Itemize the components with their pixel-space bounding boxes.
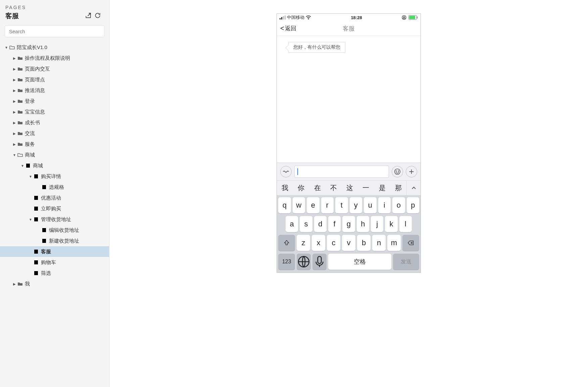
caret-icon[interactable]: ▶ (13, 78, 16, 82)
key-i[interactable]: i (378, 197, 391, 213)
add-icon[interactable] (406, 166, 417, 177)
caret-icon[interactable]: ▼ (29, 175, 32, 178)
tree-item[interactable]: 筛选 (0, 268, 109, 278)
key-send[interactable]: 发送 (393, 254, 419, 270)
key-j[interactable]: j (371, 216, 383, 232)
key-v[interactable]: v (342, 235, 355, 251)
message-input[interactable] (294, 166, 389, 178)
tree-label: 购物车 (41, 259, 56, 266)
key-h[interactable]: h (357, 216, 369, 232)
key-globe[interactable] (297, 254, 311, 270)
back-button[interactable]: <返回 (280, 25, 296, 32)
key-y[interactable]: y (350, 197, 362, 213)
key-u[interactable]: u (364, 197, 377, 213)
key-backspace[interactable] (402, 235, 419, 251)
caret-icon[interactable]: ▶ (13, 67, 16, 71)
tree-item[interactable]: ▶页面内交互 (0, 63, 109, 74)
key-w[interactable]: w (293, 197, 305, 213)
tree-item[interactable]: ▼商城 (0, 160, 109, 171)
tree-label: 选规格 (49, 184, 64, 190)
caret-icon[interactable]: ▼ (5, 46, 8, 49)
key-123[interactable]: 123 (278, 254, 295, 270)
tree-item[interactable]: ▶交流 (0, 128, 109, 139)
suggest-item[interactable]: 这 (342, 183, 358, 192)
suggest-item[interactable]: 你 (293, 183, 309, 192)
tree-label: 客服 (41, 249, 51, 255)
key-r[interactable]: r (321, 197, 334, 213)
tree-item[interactable]: ▼陪宝成长V1.0 (0, 42, 109, 53)
refresh-icon[interactable] (94, 12, 101, 20)
tree-item[interactable]: ▼商城 (0, 149, 109, 160)
key-x[interactable]: x (312, 235, 325, 251)
key-k[interactable]: k (385, 216, 397, 232)
key-s[interactable]: s (300, 216, 312, 232)
tree-item[interactable]: ▶推送消息 (0, 85, 109, 96)
caret-icon[interactable]: ▶ (13, 99, 16, 103)
tree-item[interactable]: 新建收货地址 (0, 235, 109, 246)
key-a[interactable]: a (286, 216, 298, 232)
key-m[interactable]: m (387, 235, 401, 251)
page-icon (26, 163, 31, 168)
key-z[interactable]: z (297, 235, 310, 251)
share-icon[interactable] (85, 12, 92, 20)
tree-item[interactable]: ▶服务 (0, 139, 109, 149)
key-mic[interactable] (312, 254, 327, 270)
suggest-item[interactable]: 我 (277, 183, 293, 192)
tree-item[interactable]: ▼管理收货地址 (0, 214, 109, 225)
chat-area[interactable]: 您好，有什么可以帮您 (277, 36, 421, 163)
suggest-item[interactable]: 是 (374, 183, 390, 192)
key-c[interactable]: c (327, 235, 340, 251)
tree-item[interactable]: ▶操作流程及权限说明 (0, 53, 109, 63)
voice-input-icon[interactable] (280, 166, 292, 177)
tree-item[interactable]: 优惠活动 (0, 192, 109, 203)
key-t[interactable]: t (335, 197, 348, 213)
folder-icon (17, 282, 23, 286)
key-f[interactable]: f (328, 216, 341, 232)
tree-item[interactable]: ▶成长书 (0, 117, 109, 128)
suggest-item[interactable]: 一 (358, 183, 374, 192)
tree-item[interactable]: 购物车 (0, 257, 109, 268)
caret-icon[interactable]: ▼ (29, 218, 32, 221)
tree-item[interactable]: 选规格 (0, 182, 109, 192)
key-d[interactable]: d (314, 216, 327, 232)
pages-label: PAGES (5, 5, 104, 10)
key-shift[interactable] (278, 235, 295, 251)
suggest-item[interactable]: 在 (309, 183, 326, 192)
tree-item[interactable]: ▶页面埋点 (0, 74, 109, 85)
key-l[interactable]: l (399, 216, 412, 232)
caret-icon[interactable]: ▼ (21, 164, 24, 168)
tree-item[interactable]: ▼购买详情 (0, 171, 109, 182)
keyboard: qwertyuiop asdfghjkl zxcvbnm 123 空格 发送 (277, 195, 421, 272)
tree-item[interactable]: 立即购买 (0, 203, 109, 214)
tree-item[interactable]: ▶我 (0, 278, 109, 289)
search-input[interactable] (5, 25, 104, 37)
page-icon (42, 228, 47, 232)
key-g[interactable]: g (342, 216, 355, 232)
key-e[interactable]: e (307, 197, 320, 213)
suggest-item[interactable]: 不 (326, 183, 342, 192)
tree-item[interactable]: 客服 (0, 246, 109, 257)
tree-label: 优惠活动 (41, 195, 61, 201)
key-n[interactable]: n (372, 235, 386, 251)
key-space[interactable]: 空格 (328, 254, 391, 270)
key-q[interactable]: q (278, 197, 291, 213)
emoji-icon[interactable] (392, 166, 403, 177)
caret-icon[interactable]: ▶ (13, 110, 16, 114)
caret-icon[interactable]: ▶ (13, 56, 16, 60)
suggest-collapse-icon[interactable] (406, 181, 421, 195)
key-o[interactable]: o (392, 197, 405, 213)
tree-item[interactable]: ▶登录 (0, 96, 109, 106)
caret-icon[interactable]: ▶ (13, 282, 16, 286)
key-p[interactable]: p (407, 197, 420, 213)
svg-rect-20 (409, 16, 415, 19)
caret-icon[interactable]: ▶ (13, 142, 16, 146)
tree-item[interactable]: ▶宝宝信息 (0, 106, 109, 117)
key-b[interactable]: b (357, 235, 371, 251)
caret-icon[interactable]: ▼ (13, 153, 16, 157)
tree-label: 管理收货地址 (41, 216, 71, 223)
caret-icon[interactable]: ▶ (13, 132, 16, 135)
tree-item[interactable]: 编辑收货地址 (0, 225, 109, 235)
caret-icon[interactable]: ▶ (13, 89, 16, 92)
caret-icon[interactable]: ▶ (13, 121, 16, 125)
suggest-item[interactable]: 那 (390, 183, 406, 192)
